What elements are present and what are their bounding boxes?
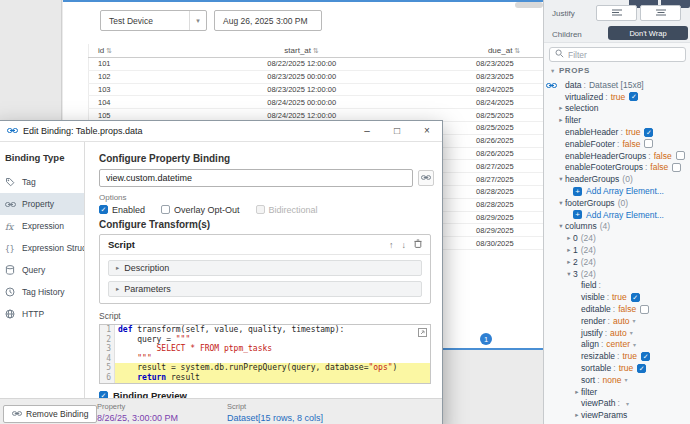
prop-row-sort[interactable]: sort:none▾ bbox=[544, 374, 690, 386]
minimize-icon[interactable]: – bbox=[352, 121, 382, 141]
prop-row-filter[interactable]: ▸filter bbox=[544, 114, 690, 126]
binding-type-tag-history[interactable]: Tag History bbox=[0, 281, 84, 303]
sort-icon[interactable]: ⇅ bbox=[313, 47, 319, 55]
property-picker-button[interactable] bbox=[418, 170, 434, 186]
prop-row-0[interactable]: ▸0(24) bbox=[544, 232, 690, 244]
checkbox[interactable] bbox=[256, 205, 265, 214]
caret-right-icon[interactable]: ▸ bbox=[557, 104, 565, 112]
checkbox[interactable] bbox=[161, 205, 170, 214]
caret-right-icon[interactable]: ▸ bbox=[565, 258, 573, 266]
caret-right-icon[interactable]: ▸ bbox=[557, 116, 565, 124]
checkbox[interactable] bbox=[672, 163, 681, 172]
table-row[interactable]: 10108/22/2025 12:00:0008/23/2025 bbox=[88, 58, 543, 71]
transform-section-parameters[interactable]: ▸Parameters bbox=[108, 281, 422, 297]
option-bidirectional[interactable]: Bidirectional bbox=[256, 205, 318, 215]
dropdown-icon[interactable]: ▾ bbox=[633, 341, 636, 348]
option-overlay-opt-out[interactable]: Overlay Opt-Out bbox=[161, 205, 240, 215]
table-row[interactable]: 10408/24/2025 00:00:0008/24/2025 bbox=[88, 96, 543, 109]
prop-row-enableFooterGroups[interactable]: enableFooterGroups:false bbox=[544, 162, 690, 174]
close-icon[interactable]: × bbox=[412, 121, 442, 141]
filter-input[interactable] bbox=[568, 50, 680, 60]
prop-row-enableHeaderGroups[interactable]: enableHeaderGroups:false bbox=[544, 150, 690, 162]
binding-type-expression-structure[interactable]: {}Expression Structure bbox=[0, 237, 84, 259]
device-selector[interactable]: Test Device ▾ bbox=[100, 10, 207, 31]
caret-down-icon[interactable]: ▾ bbox=[557, 222, 565, 230]
prop-row-filter[interactable]: ▸filter bbox=[544, 386, 690, 398]
column-header-start-at[interactable]: start_at ⇅ bbox=[139, 46, 464, 55]
property-path-input[interactable] bbox=[99, 169, 413, 187]
prop-row-3[interactable]: ▾3(24) bbox=[544, 268, 690, 280]
add-array-element-row[interactable]: +Add Array Element... bbox=[544, 209, 690, 221]
prop-row-resizable[interactable]: resizable:true✓ bbox=[544, 350, 690, 362]
prop-row-1[interactable]: ▸1(24) bbox=[544, 244, 690, 256]
dont-wrap-button[interactable]: Don't Wrap bbox=[608, 26, 688, 40]
prop-row-columns[interactable]: ▾columns(4) bbox=[544, 221, 690, 233]
checkbox[interactable]: ✓ bbox=[641, 352, 650, 361]
transform-section-description[interactable]: ▸Description bbox=[108, 260, 422, 276]
caret-right-icon[interactable]: ▸ bbox=[565, 234, 573, 242]
binding-type-query[interactable]: Query bbox=[0, 259, 84, 281]
table-row[interactable]: 10308/23/2025 12:00:0008/24/2025 bbox=[88, 84, 543, 97]
binding-type-property[interactable]: Property bbox=[0, 193, 84, 215]
transform-panel-header[interactable]: Script ↑ ↓ bbox=[100, 235, 430, 255]
notification-badge[interactable]: 1 bbox=[480, 333, 492, 345]
prop-row-field[interactable]: field: bbox=[544, 280, 690, 292]
chevron-down-icon[interactable]: ▾ bbox=[189, 11, 206, 30]
dropdown-icon[interactable]: ▾ bbox=[630, 329, 633, 336]
dropdown-icon[interactable]: ▾ bbox=[624, 376, 627, 383]
checkbox[interactable]: ✓ bbox=[99, 205, 108, 214]
remove-binding-button[interactable]: Remove Binding bbox=[3, 405, 97, 423]
prop-row-data[interactable]: data:Dataset [15x8] bbox=[544, 79, 690, 91]
trash-icon[interactable] bbox=[414, 239, 422, 250]
column-header-due-at[interactable]: due_at ⇅ bbox=[464, 46, 543, 55]
add-array-element-row[interactable]: +Add Array Element... bbox=[544, 185, 690, 197]
dataset-result-link[interactable]: Dataset[15 rows, 8 cols] bbox=[227, 413, 323, 423]
option-enabled[interactable]: ✓Enabled bbox=[99, 205, 145, 215]
binding-link-icon[interactable] bbox=[546, 81, 557, 91]
scrollbar-horizontal[interactable] bbox=[515, 2, 543, 8]
sort-icon[interactable]: ⇅ bbox=[514, 47, 520, 55]
caret-right-icon[interactable]: ▸ bbox=[573, 411, 581, 419]
binding-type-http[interactable]: HTTP bbox=[0, 303, 84, 325]
prop-row-viewParams[interactable]: ▸viewParams bbox=[544, 409, 690, 421]
prop-row-justify[interactable]: justify:auto▾ bbox=[544, 327, 690, 339]
binding-type-tag[interactable]: Tag bbox=[0, 171, 84, 193]
checkbox[interactable]: ✓ bbox=[644, 128, 653, 137]
checkbox[interactable] bbox=[640, 305, 649, 314]
datetime-field[interactable]: Aug 26, 2025 3:00 PM bbox=[214, 10, 322, 31]
prop-row-render[interactable]: render:auto▾ bbox=[544, 315, 690, 327]
binding-type-expression[interactable]: fxExpression bbox=[0, 215, 84, 237]
prop-row-sortable[interactable]: sortable:true✓ bbox=[544, 362, 690, 374]
prop-row-enableFooter[interactable]: enableFooter:false bbox=[544, 138, 690, 150]
props-filter[interactable] bbox=[549, 47, 686, 62]
column-header-id[interactable]: id ⇅ bbox=[88, 46, 139, 55]
prop-row-enableHeader[interactable]: enableHeader:true✓ bbox=[544, 126, 690, 138]
justify-option-button[interactable] bbox=[596, 5, 637, 21]
move-down-icon[interactable]: ↓ bbox=[402, 240, 407, 250]
caret-right-icon[interactable]: ▸ bbox=[573, 388, 581, 396]
dropdown-icon[interactable]: ▾ bbox=[633, 317, 636, 324]
prop-row-selection[interactable]: ▸selection bbox=[544, 103, 690, 115]
prop-row-align[interactable]: align:center▾ bbox=[544, 339, 690, 351]
caret-down-icon[interactable]: ▾ bbox=[557, 199, 565, 207]
add-array-element-link[interactable]: Add Array Element... bbox=[586, 186, 664, 196]
checkbox[interactable] bbox=[676, 151, 685, 160]
caret-down-icon[interactable]: ▾ bbox=[565, 270, 573, 278]
checkbox[interactable] bbox=[644, 139, 653, 148]
caret-down-icon[interactable]: ▾ bbox=[557, 175, 565, 183]
maximize-icon[interactable]: □ bbox=[382, 121, 412, 141]
prop-row-viewPath[interactable]: viewPath:▾ bbox=[544, 398, 690, 410]
prop-row-editable[interactable]: editable:false bbox=[544, 303, 690, 315]
checkbox[interactable]: ✓ bbox=[637, 364, 646, 373]
add-array-element-link[interactable]: Add Array Element... bbox=[586, 210, 664, 220]
checkbox[interactable]: ✓ bbox=[631, 293, 640, 302]
prop-row-footerGroups[interactable]: ▾footerGroups(0) bbox=[544, 197, 690, 209]
prop-row-virtualized[interactable]: virtualized:true✓ bbox=[544, 91, 690, 103]
props-section-header[interactable]: ▾ PROPS bbox=[551, 66, 590, 75]
justify-option-button[interactable] bbox=[640, 5, 681, 21]
sort-icon[interactable]: ⇅ bbox=[106, 47, 112, 55]
dropdown-icon[interactable]: ▾ bbox=[626, 400, 629, 407]
table-row[interactable]: 10208/23/2025 00:00:0008/23/2025 bbox=[88, 71, 543, 84]
caret-right-icon[interactable]: ▸ bbox=[565, 246, 573, 254]
prop-row-2[interactable]: ▸2(24) bbox=[544, 256, 690, 268]
